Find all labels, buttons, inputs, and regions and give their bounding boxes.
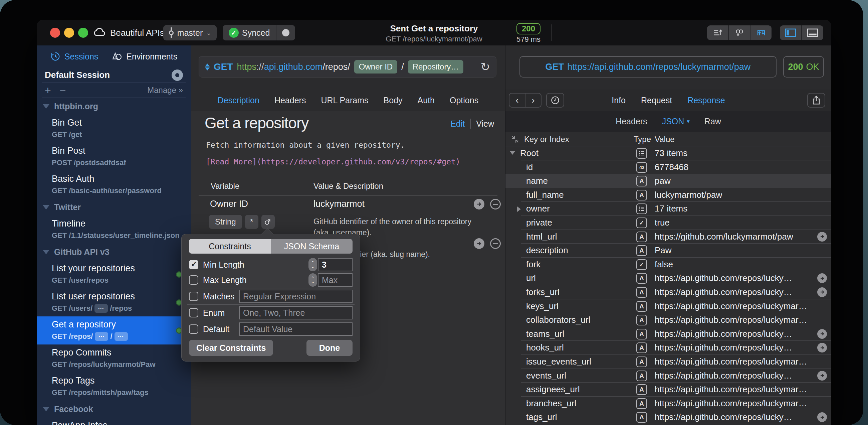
sidebar-group-httpbin-org[interactable]: httpbin.org (37, 98, 191, 115)
toggle-bottom-panel-button[interactable] (801, 25, 823, 40)
requests-list-export-button[interactable] (707, 25, 728, 40)
sidebar-item-list-user-repositories[interactable]: List user repositoriesGET /users/⋯/repos (37, 288, 191, 316)
tab-sessions[interactable]: Sessions (51, 52, 98, 61)
checkbox-default[interactable] (189, 324, 198, 334)
json-row-description[interactable]: descriptionAPaw (505, 244, 831, 258)
method-stepper-icon[interactable] (205, 63, 210, 70)
subtab-headers[interactable]: Headers (616, 117, 647, 126)
remove-variable-button[interactable] (490, 238, 501, 249)
sidebar-item-list-your-repositories[interactable]: List your repositoriesGET /user/repos (37, 260, 191, 288)
zoom-window-button[interactable] (78, 28, 88, 38)
json-row-owner[interactable]: owner17 items (505, 202, 831, 216)
json-row-id[interactable]: id426778468 (505, 160, 831, 174)
constraints-link-button[interactable] (261, 215, 275, 229)
json-row-keys_url[interactable]: keys_urlAhttps://api.github.com/repos/lu… (505, 300, 831, 313)
go-arrow-button[interactable] (817, 412, 827, 422)
clear-constraints-button[interactable]: Clear Constraints (189, 340, 273, 356)
tab-request[interactable]: Request (641, 95, 672, 105)
go-arrow-button[interactable] (474, 238, 485, 249)
share-button[interactable] (807, 93, 825, 108)
json-row-full_name[interactable]: full_nameAluckymarmot/paw (505, 188, 831, 202)
sync-status-button[interactable]: ✓ Synced (223, 25, 276, 40)
go-arrow-button[interactable] (817, 273, 827, 283)
subtab-raw[interactable]: Raw (705, 117, 721, 126)
sidebar-item-basic-auth[interactable]: Basic AuthGET /basic-auth/user/password (37, 171, 191, 199)
forward-button[interactable]: › (525, 93, 541, 107)
read-more-markdown-link[interactable]: [Read More](https://developer.github.com… (206, 158, 460, 166)
collapse-all-icon[interactable] (511, 135, 520, 144)
url-field[interactable]: GET https://api.github.com/repos/ Owner … (199, 56, 496, 78)
json-row-issue_events_url[interactable]: issue_events_urlAhttps://api.github.com/… (505, 355, 831, 369)
sidebar-group-facebook[interactable]: Facebook (37, 401, 191, 417)
sidebar-item-bin-get[interactable]: Bin GetGET /get (37, 115, 191, 143)
branch-selector-button[interactable]: master ⌄ (163, 25, 217, 40)
constraint-input[interactable]: 3 (318, 258, 352, 271)
json-row-name[interactable]: nameApaw (505, 174, 831, 188)
required-star-button[interactable]: * (245, 215, 258, 229)
disclosure-triangle-icon[interactable] (43, 250, 50, 254)
sync-indicator-button[interactable] (276, 25, 295, 40)
constraint-input[interactable]: Max (318, 273, 352, 287)
remove-request-button[interactable]: − (60, 84, 66, 96)
json-row-fork[interactable]: fork✓false (505, 258, 831, 272)
json-row-hooks_url[interactable]: hooks_urlAhttps://api.github.com/repos/l… (505, 341, 831, 355)
variable-name[interactable]: Owner ID (210, 199, 248, 209)
constraint-input[interactable]: Default Value (239, 322, 352, 336)
disclosure-triangle-icon[interactable] (43, 407, 50, 411)
go-arrow-button[interactable] (817, 287, 827, 297)
sidebar-item-timeline[interactable]: TimelineGET /1.1/statuses/user_timeline.… (37, 216, 191, 244)
variable-value[interactable]: luckymarmot (313, 199, 365, 209)
stepper-control[interactable]: ⌃⌄ (308, 273, 317, 287)
constraint-input[interactable]: One, Two, Three (239, 306, 352, 319)
sidebar-group-github-api-v3[interactable]: GitHub API v3 (37, 244, 191, 260)
view-link[interactable]: View (476, 119, 494, 129)
tab-url-params[interactable]: URL Params (321, 95, 368, 105)
go-arrow-button[interactable] (817, 232, 827, 242)
tab-description[interactable]: Description (218, 95, 259, 105)
sidebar-group-twitter[interactable]: Twitter (37, 199, 191, 216)
sidebar-item-repo-tags[interactable]: Repo TagsGET /repos/mittsh/paw/tags (37, 372, 191, 401)
tab-response[interactable]: Response (687, 95, 725, 105)
tab-body[interactable]: Body (383, 95, 403, 105)
json-row-collaborators_url[interactable]: collaborators_urlAhttps://api.github.com… (505, 313, 831, 327)
tab-options[interactable]: Options (450, 95, 478, 105)
minimize-window-button[interactable] (64, 28, 74, 38)
go-arrow-button[interactable] (817, 343, 827, 352)
repository-token[interactable]: Repository… (408, 60, 464, 74)
remove-variable-button[interactable] (490, 199, 501, 209)
disclosure-triangle-icon[interactable] (43, 205, 50, 209)
import-loop-button[interactable] (728, 25, 750, 40)
sidebar-item-get-a-repository[interactable]: Get a repositoryGET /repos/⋯/⋯ (37, 316, 191, 344)
json-row-root[interactable]: Root73 items (505, 146, 831, 160)
add-request-button[interactable]: + (45, 84, 51, 96)
go-arrow-button[interactable] (817, 371, 827, 380)
checkbox-min-length[interactable] (189, 260, 198, 269)
disclosure-triangle-icon[interactable] (509, 151, 516, 155)
checkbox-max-length[interactable] (189, 275, 198, 285)
tab-environments[interactable]: Environments (112, 52, 177, 61)
sidebar-item-bin-post[interactable]: Bin PostPOST /postdsadfdsaf (37, 143, 191, 171)
close-window-button[interactable] (50, 28, 60, 38)
checkbox-matches[interactable] (189, 292, 198, 301)
stepper-control[interactable]: ⌃⌄ (308, 258, 317, 271)
method-label[interactable]: GET (214, 61, 233, 72)
constraint-input[interactable]: Regular Expression (239, 290, 352, 303)
sync-transfer-button-active[interactable] (750, 25, 772, 40)
disclosure-triangle-icon[interactable] (517, 206, 521, 212)
json-row-forks_url[interactable]: forks_urlAhttps://api.github.com/repos/l… (505, 285, 831, 300)
send-refresh-icon[interactable]: ↻ (481, 61, 490, 73)
json-row-tags_url[interactable]: tags_urlAhttps://api.github.com/repos/lu… (505, 410, 831, 424)
done-button[interactable]: Done (307, 340, 352, 356)
toggle-sidebar-button-active[interactable] (780, 25, 801, 40)
owner-id-token[interactable]: Owner ID (354, 60, 397, 74)
session-record-button[interactable] (172, 69, 183, 81)
json-row-assignees_url[interactable]: assignees_urlAhttps://api.github.com/rep… (505, 382, 831, 397)
popover-tab-json-schema[interactable]: JSON Schema (271, 239, 352, 254)
json-row-private[interactable]: private✓true (505, 216, 831, 230)
tab-info[interactable]: Info (612, 95, 626, 105)
back-button[interactable]: ‹ (509, 93, 525, 107)
type-string-button[interactable]: String (209, 215, 242, 229)
sidebar-item-pawapp-infos[interactable]: PawApp Infos (37, 417, 191, 425)
sidebar-item-repo-commits[interactable]: Repo CommitsGET /repos/luckymarmot/Paw (37, 344, 191, 372)
json-row-events_url[interactable]: events_urlAhttps://api.github.com/repos/… (505, 369, 831, 383)
